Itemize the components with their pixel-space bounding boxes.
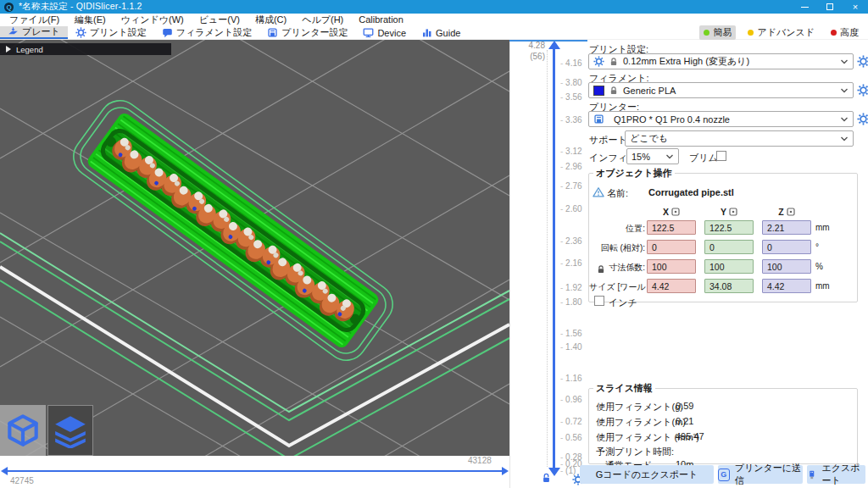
rotation-z-field[interactable]: 0 xyxy=(762,240,811,254)
cube-icon xyxy=(5,411,41,450)
send-to-printer-button[interactable]: G プリンターに送信 xyxy=(718,465,803,484)
inch-checkbox[interactable] xyxy=(594,296,604,306)
chevron-down-icon xyxy=(665,153,674,160)
hslider-right-thumb[interactable] xyxy=(502,467,509,475)
legend-panel[interactable]: Legend xyxy=(0,43,171,55)
tab-print-settings[interactable]: プリント設定 xyxy=(68,26,154,39)
filament-m-value: 0.21 xyxy=(676,416,693,426)
layer-tick: 0.56 xyxy=(560,433,582,442)
expand-triangle-icon xyxy=(6,46,11,53)
mode-simple-label: 簡易 xyxy=(713,26,732,39)
mode-advanced[interactable]: アドバンスド xyxy=(743,25,819,40)
export-button[interactable]: エクスポート xyxy=(807,465,865,484)
layer-tick: 2.16 xyxy=(560,258,582,268)
gcode-move-slider-strip: 43128 42745 xyxy=(0,456,509,488)
layer-tick: 1.80 xyxy=(560,297,582,307)
menu-help[interactable]: ヘルプ(H) xyxy=(294,14,351,26)
minimize-button[interactable] xyxy=(792,0,817,14)
mode-expert-label: 高度 xyxy=(840,26,859,39)
axis-box-icon xyxy=(729,208,737,216)
yellow-dot-icon xyxy=(748,30,754,36)
horizontal-move-slider[interactable] xyxy=(6,470,503,472)
mode-simple[interactable]: 簡易 xyxy=(699,25,736,40)
axis-box-icon xyxy=(671,208,680,216)
gear-icon xyxy=(75,27,86,38)
object-manipulation-title: オブジェクト操作 xyxy=(593,167,675,180)
support-label: サポート: xyxy=(589,134,630,147)
chevron-down-icon xyxy=(840,87,849,94)
view-3d-button[interactable] xyxy=(0,405,46,456)
tab-device-label: Device xyxy=(377,28,406,38)
bar-chart-icon xyxy=(421,27,432,38)
size-x-field[interactable]: 4.42 xyxy=(647,279,696,293)
action-bar: Gコードのエクスポート G プリンターに送信 エクスポート xyxy=(580,465,868,484)
menu-window[interactable]: ウィンドウ(W) xyxy=(114,14,192,26)
filament-select[interactable]: Generic PLA xyxy=(588,82,854,98)
maximize-button[interactable] xyxy=(817,0,843,14)
export-gcode-button[interactable]: Gコードのエクスポート xyxy=(580,465,714,484)
slice-info-title: スライス情報 xyxy=(593,382,655,395)
legend-label: Legend xyxy=(16,45,43,54)
support-select[interactable]: どこでも xyxy=(625,130,854,147)
filament-value: Generic PLA xyxy=(623,86,676,96)
gcode-preview-model xyxy=(65,92,400,368)
tab-printer-settings[interactable]: プリンター設定 xyxy=(259,26,355,39)
view-layers-button[interactable] xyxy=(47,405,93,456)
position-y-field[interactable]: 122.5 xyxy=(704,220,754,235)
tab-guide-label: Guide xyxy=(436,28,460,38)
warning-icon xyxy=(593,186,604,198)
tab-filament-settings-label: フィラメント設定 xyxy=(176,26,253,39)
layer-tick: 3.12 xyxy=(560,147,582,156)
menu-edit[interactable]: 編集(E) xyxy=(67,14,114,26)
layer-tick: 1.56 xyxy=(560,329,582,338)
menu-file[interactable]: ファイル(F) xyxy=(2,14,67,26)
position-x-field[interactable]: 122.5 xyxy=(647,220,696,235)
object-name: Corrugated pipe.stl xyxy=(648,187,734,197)
close-button[interactable]: × xyxy=(843,0,868,14)
filament-gear-button[interactable] xyxy=(857,84,868,97)
filament-mm3-value: 495.47 xyxy=(676,431,704,441)
menu-view[interactable]: ビュー(V) xyxy=(192,14,248,26)
rotation-y-field[interactable]: 0 xyxy=(704,240,754,254)
tab-device[interactable]: Device xyxy=(355,26,414,39)
mode-expert[interactable]: 高度 xyxy=(826,25,863,40)
scale-z-field[interactable]: 100 xyxy=(762,259,811,274)
unlock-icon[interactable] xyxy=(541,473,552,484)
printer-gear-button[interactable] xyxy=(857,113,868,125)
size-z-field[interactable]: 4.42 xyxy=(762,279,811,293)
position-z-field[interactable]: 2.21 xyxy=(762,220,811,235)
settings-panel: プリント設定: 0.12mm Extra High (変更あり) フィラメント:… xyxy=(587,40,868,488)
position-label: 位置: xyxy=(589,223,645,235)
chevron-down-icon xyxy=(840,136,849,142)
axis-box-icon xyxy=(787,208,795,216)
usb-drive-icon xyxy=(807,469,816,481)
hslider-left-thumb[interactable] xyxy=(1,467,8,475)
tab-filament-settings[interactable]: フィラメント設定 xyxy=(154,26,260,39)
layer-slider-top-value: 4.28 xyxy=(529,41,545,50)
filament-g-label: 使用フィラメント(g) xyxy=(596,401,683,413)
3d-viewport[interactable]: Legend xyxy=(0,40,509,456)
brim-checkbox[interactable] xyxy=(716,151,726,161)
print-settings-gear-button[interactable] xyxy=(857,55,868,68)
scale-y-field[interactable]: 100 xyxy=(704,259,754,274)
scale-x-field[interactable]: 100 xyxy=(647,259,696,274)
layer-slider-top-thumb[interactable] xyxy=(548,41,560,49)
printer-select[interactable]: Q1PRO * Q1 Pro 0.4 nozzle xyxy=(588,111,854,127)
print-settings-select[interactable]: 0.12mm Extra High (変更あり) xyxy=(588,53,854,69)
tab-guide[interactable]: Guide xyxy=(414,26,468,39)
menu-calibration[interactable]: Calibration xyxy=(351,14,411,26)
gcode-preview-scene xyxy=(0,40,509,456)
layer-slider-top-count: (56) xyxy=(530,52,545,61)
vertical-layer-slider[interactable] xyxy=(553,48,555,468)
infill-select[interactable]: 15% xyxy=(626,148,679,164)
size-y-field[interactable]: 34.08 xyxy=(704,279,754,293)
tab-print-settings-label: プリント設定 xyxy=(90,26,147,39)
scale-label: 寸法係数: xyxy=(589,262,645,274)
tab-plate[interactable]: プレート xyxy=(0,26,68,39)
menu-configuration[interactable]: 構成(C) xyxy=(248,14,294,26)
rotation-x-field[interactable]: 0 xyxy=(647,240,696,254)
export-gcode-label: Gコードのエクスポート xyxy=(596,469,698,481)
rotation-label: 回転 (相対): xyxy=(589,242,645,254)
layer-tick: 0.72 xyxy=(560,417,582,426)
layer-tick: 2.76 xyxy=(560,181,582,191)
